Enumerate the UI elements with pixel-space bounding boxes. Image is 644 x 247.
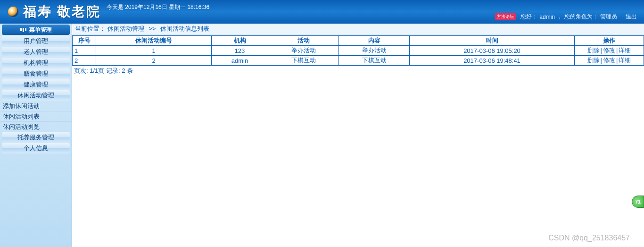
- edit-link[interactable]: 修改: [603, 57, 615, 64]
- th-content: 内容: [339, 36, 410, 46]
- cell-activity: 举办活动: [268, 46, 339, 56]
- chevron-right-icon: >>: [149, 25, 156, 32]
- cell-id: 2: [96, 56, 212, 66]
- cell-seq: 2: [73, 56, 96, 66]
- th-activity: 活动: [268, 36, 339, 46]
- cell-id: 1: [96, 46, 212, 56]
- cell-ops: 删除|修改|详细: [575, 46, 644, 56]
- sidebar-item-leisure[interactable]: 休闲活动管理: [2, 90, 70, 101]
- detail-link[interactable]: 详细: [619, 57, 631, 64]
- bars-icon: [20, 28, 26, 32]
- th-seq: 序号: [73, 36, 96, 46]
- main-content: 当前位置： 休闲活动管理 >> 休闲活动信息列表 序号 休闲活动编号 机构 活动…: [72, 24, 644, 247]
- pager-info: 页次: 1/1页 记录: 2 条: [72, 66, 644, 76]
- th-org: 机构: [212, 36, 268, 46]
- cell-ops: 删除|修改|详细: [575, 56, 644, 66]
- breadcrumb-label: 当前位置：: [75, 25, 106, 32]
- notice-badge: 方法论坛: [495, 13, 516, 20]
- sidebar-item-users[interactable]: 用户管理: [2, 36, 70, 46]
- edit-link[interactable]: 修改: [603, 47, 615, 54]
- logo-wrap: 福寿 敬老院: [0, 3, 101, 21]
- logo-icon: [7, 6, 19, 18]
- sidebar: 菜单管理 用户管理 老人管理 机构管理 膳食管理 健康管理 休闲活动管理 添加休…: [0, 24, 72, 247]
- today-prefix: 今天是: [107, 4, 124, 10]
- breadcrumb: 当前位置： 休闲活动管理 >> 休闲活动信息列表: [72, 24, 644, 34]
- cell-content: 下棋互动: [339, 56, 410, 66]
- sidebar-title: 菜单管理: [29, 26, 52, 34]
- cell-time: 2017-03-06 19:05:20: [410, 46, 575, 56]
- cell-time: 2017-03-06 19:48:41: [410, 56, 575, 66]
- hello-prefix: 您好：: [520, 13, 537, 21]
- cell-org: admin: [212, 56, 268, 66]
- sidebar-sub-leisure-list[interactable]: 休闲活动列表: [0, 111, 72, 122]
- role-value: 管理员: [600, 13, 617, 21]
- cell-content: 举办活动: [339, 46, 410, 56]
- cell-activity: 下棋互动: [268, 56, 339, 66]
- activity-table: 序号 休闲活动编号 机构 活动 内容 时间 操作 1 1 123 举办活动 举办…: [72, 35, 644, 66]
- delete-link[interactable]: 删除: [587, 57, 600, 64]
- sidebar-item-orgs[interactable]: 机构管理: [2, 58, 70, 68]
- sidebar-sub-leisure-browse[interactable]: 休闲活动浏览: [0, 122, 72, 132]
- table-header-row: 序号 休闲活动编号 机构 活动 内容 时间 操作: [73, 36, 644, 46]
- sidebar-sub-add-leisure[interactable]: 添加休闲活动: [0, 101, 72, 111]
- th-time: 时间: [410, 36, 575, 46]
- breadcrumb-part1: 休闲活动管理: [107, 25, 144, 32]
- table-row: 1 1 123 举办活动 举办活动 2017-03-06 19:05:20 删除…: [73, 46, 644, 56]
- today-info: 今天是 2019年12月16日 星期一 18:16:36: [107, 3, 209, 11]
- th-ops: 操作: [575, 36, 644, 46]
- detail-link[interactable]: 详细: [619, 47, 631, 54]
- logout-link[interactable]: 退出: [626, 13, 637, 21]
- table-row: 2 2 admin 下棋互动 下棋互动 2017-03-06 19:48:41 …: [73, 56, 644, 66]
- today-date: 2019年12月16日 星期一 18:16:36: [125, 4, 209, 10]
- hello-user: admin: [539, 14, 555, 20]
- header-right: 方法论坛 您好： admin ， 您的角色为： 管理员 退出: [495, 13, 637, 21]
- sidebar-item-health[interactable]: 健康管理: [2, 79, 70, 90]
- sidebar-header: 菜单管理: [2, 25, 70, 35]
- cell-org: 123: [212, 46, 268, 56]
- float-badge[interactable]: 71: [632, 196, 644, 208]
- role-prefix: 您的角色为：: [564, 13, 598, 21]
- sidebar-item-care[interactable]: 托养服务管理: [2, 132, 70, 143]
- app-title: 福寿 敬老院: [23, 3, 101, 21]
- sidebar-item-elders[interactable]: 老人管理: [2, 47, 70, 57]
- cell-seq: 1: [73, 46, 96, 56]
- sidebar-item-profile[interactable]: 个人信息: [2, 143, 70, 153]
- app-header: 福寿 敬老院 今天是 2019年12月16日 星期一 18:16:36 方法论坛…: [0, 0, 644, 24]
- th-id: 休闲活动编号: [96, 36, 212, 46]
- breadcrumb-part2: 休闲活动信息列表: [160, 25, 209, 32]
- watermark: CSDN @qq_251836457: [548, 234, 630, 242]
- delete-link[interactable]: 删除: [587, 47, 600, 54]
- sidebar-item-diet[interactable]: 膳食管理: [2, 68, 70, 79]
